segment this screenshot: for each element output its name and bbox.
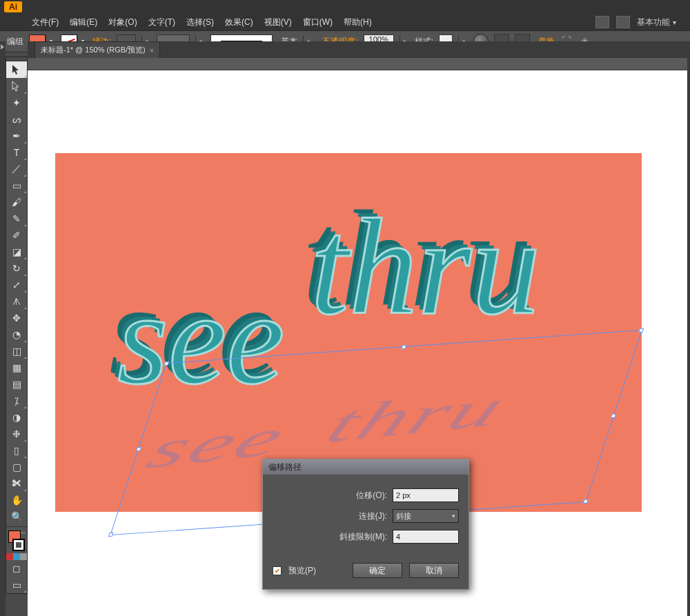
- workspace-label: 基本功能: [637, 17, 670, 28]
- tool-line[interactable]: ／: [6, 161, 27, 177]
- tool-magic-wand[interactable]: ✦: [6, 95, 27, 111]
- bridge-button[interactable]: [595, 16, 609, 28]
- left-panel-collapsed[interactable]: [0, 41, 6, 616]
- menu-bar: 文件(F) 编辑(E) 对象(O) 文字(T) 选择(S) 效果(C) 视图(V…: [0, 14, 690, 30]
- app-logo: Ai: [4, 1, 22, 12]
- tool-symbol-sprayer[interactable]: ❉: [6, 426, 27, 442]
- tool-artboard[interactable]: ▢: [6, 459, 27, 475]
- title-bar: Ai: [0, 0, 690, 14]
- tool-paintbrush[interactable]: 🖌: [6, 194, 27, 210]
- tool-rotate[interactable]: ↻: [6, 260, 27, 277]
- document-tab-bar: 未标题-1* @ 150% (RGB/预览) ×: [28, 41, 687, 58]
- tool-perspective-grid[interactable]: ◫: [6, 343, 27, 359]
- chevron-down-icon: ▾: [673, 19, 676, 26]
- offset-path-dialog[interactable]: 偏移路径 位移(O): 连接(J): 斜接 斜接限制(M): ✔ 预览(P) 确…: [262, 459, 469, 590]
- workspace-switcher[interactable]: 基本功能 ▾: [637, 17, 676, 28]
- tool-selection[interactable]: [6, 61, 27, 78]
- preview-checkbox[interactable]: ✔: [273, 566, 282, 575]
- tool-mesh[interactable]: ▦: [6, 359, 27, 376]
- tool-free-transform[interactable]: ✥: [6, 310, 27, 326]
- menu-window[interactable]: 窗口(W): [299, 15, 337, 30]
- handle-mid-right[interactable]: [611, 414, 616, 418]
- tool-zoom[interactable]: 🔍: [6, 508, 27, 525]
- tool-pen[interactable]: ✒: [6, 128, 27, 144]
- tool-lasso[interactable]: ᔕ: [6, 111, 27, 128]
- tool-column-graph[interactable]: ▯: [6, 442, 27, 459]
- tool-type[interactable]: T: [6, 144, 27, 161]
- artwork-rect[interactable]: see thru see thru: [55, 153, 642, 512]
- join-label: 连接(J):: [359, 510, 387, 522]
- tool-scale[interactable]: ⤢: [6, 277, 27, 293]
- menu-file[interactable]: 文件(F): [28, 15, 63, 30]
- dialog-title[interactable]: 偏移路径: [263, 459, 469, 475]
- selection-type-label: 编组: [7, 36, 23, 48]
- ok-button[interactable]: 确定: [353, 563, 402, 578]
- handle-top-right[interactable]: [638, 328, 644, 332]
- offset-input[interactable]: [393, 488, 459, 502]
- tool-slice[interactable]: ✀: [6, 475, 27, 492]
- offset-label: 位移(O):: [356, 490, 387, 501]
- artwork-text-2[interactable]: thru: [310, 188, 540, 346]
- draw-mode-normal[interactable]: ◻: [6, 560, 27, 577]
- swap-fill-stroke-icon[interactable]: ↔: [20, 529, 26, 536]
- handle-bot-left[interactable]: [108, 533, 114, 537]
- toolbox: ✦ ᔕ ✒ T ／ ▭ 🖌 ✎ ✐ ◪ ↻ ⤢ ⩚ ✥ ◔ ◫ ▦ ▤ ⁒ ◑ …: [6, 57, 28, 594]
- menu-select[interactable]: 选择(S): [182, 15, 218, 30]
- handle-top-mid[interactable]: [401, 345, 406, 349]
- stroke-box[interactable]: [12, 539, 25, 551]
- document-tab-title: 未标题-1* @ 150% (RGB/预览): [41, 45, 146, 55]
- handle-top-left[interactable]: [164, 361, 169, 366]
- join-value: 斜接: [396, 511, 411, 521]
- tool-eraser[interactable]: ◪: [6, 244, 27, 260]
- tool-hand[interactable]: ✋: [6, 492, 27, 508]
- tool-pencil[interactable]: ✎: [6, 210, 27, 227]
- menu-help[interactable]: 帮助(H): [339, 15, 376, 30]
- fill-stroke-control[interactable]: ↔: [6, 528, 27, 553]
- menu-effect[interactable]: 效果(C): [221, 15, 257, 30]
- tool-width[interactable]: ⩚: [6, 293, 27, 310]
- tool-direct-selection[interactable]: [6, 78, 27, 95]
- menu-type[interactable]: 文字(T): [144, 15, 179, 30]
- miter-input[interactable]: [393, 530, 459, 544]
- tool-blob-brush[interactable]: ✐: [6, 227, 27, 244]
- tool-eyedropper[interactable]: ⁒: [6, 393, 27, 409]
- preview-label[interactable]: 预览(P): [288, 565, 316, 577]
- menu-edit[interactable]: 编辑(E): [66, 15, 101, 30]
- ruler-horizontal[interactable]: [28, 58, 687, 70]
- tool-rectangle[interactable]: ▭: [6, 177, 27, 194]
- tool-blend[interactable]: ◑: [6, 409, 27, 426]
- menu-object[interactable]: 对象(O): [104, 15, 141, 30]
- close-tab-icon[interactable]: ×: [150, 46, 154, 54]
- join-dropdown[interactable]: 斜接: [393, 509, 459, 523]
- menu-view[interactable]: 视图(V): [260, 15, 296, 30]
- miter-label: 斜接限制(M):: [339, 531, 387, 543]
- color-mode-row[interactable]: [6, 553, 27, 560]
- tool-gradient[interactable]: ▤: [6, 376, 27, 393]
- arrange-docs-button[interactable]: [616, 16, 630, 28]
- screen-mode[interactable]: ▭: [6, 577, 27, 593]
- handle-bot-right[interactable]: [583, 499, 589, 504]
- document-tab[interactable]: 未标题-1* @ 150% (RGB/预览) ×: [34, 41, 160, 58]
- cancel-button[interactable]: 取消: [409, 563, 459, 578]
- handle-mid-left[interactable]: [136, 447, 141, 451]
- right-panel-collapsed[interactable]: [687, 41, 690, 616]
- tool-shape-builder[interactable]: ◔: [6, 326, 27, 343]
